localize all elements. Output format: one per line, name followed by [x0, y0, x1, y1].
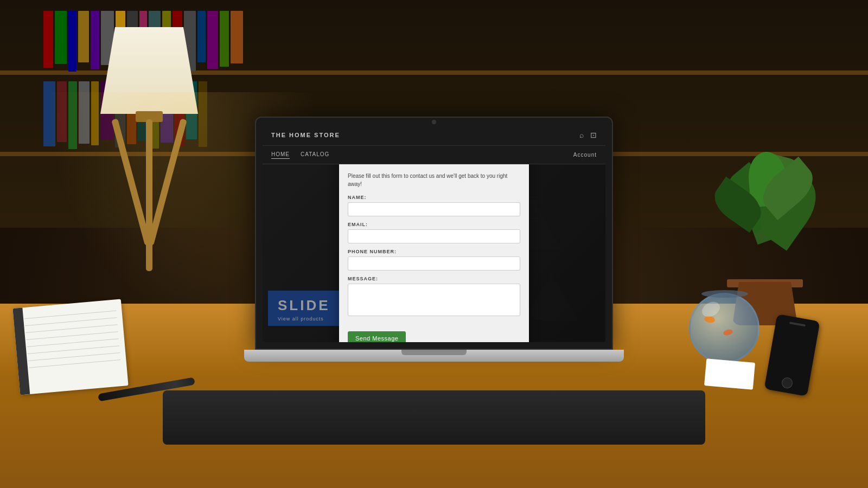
lamp-leg-center — [146, 119, 152, 271]
nav-bar: THE HOME STORE ⌕ ⊡ — [263, 124, 605, 146]
keyboard — [163, 390, 705, 445]
nav-link-home[interactable]: HOME — [271, 151, 290, 158]
message-label: MESSAGE: — [348, 275, 520, 281]
desk-lamp — [90, 27, 209, 298]
fish-2 — [723, 329, 733, 336]
modal-description: Please fill out this form to contact us … — [348, 171, 520, 188]
fish-bowl — [689, 293, 760, 363]
hero-area: SLIDE View all products CONTACT US × — [263, 164, 605, 342]
message-textarea[interactable] — [348, 283, 520, 316]
white-card — [704, 358, 755, 390]
account-link[interactable]: Account — [573, 152, 597, 158]
laptop-base-notch — [401, 350, 467, 355]
form-group-message: MESSAGE: — [348, 275, 520, 318]
cart-icon[interactable]: ⊡ — [590, 130, 597, 139]
keyboard-keys — [163, 390, 705, 399]
sub-nav: HOME CATALOG Account — [263, 146, 605, 164]
phone-button — [781, 377, 793, 389]
form-group-email: EMAIL: — [348, 221, 520, 243]
laptop-camera — [432, 120, 436, 124]
form-group-name: NAME: — [348, 194, 520, 216]
modal-footer: Send Message — [339, 331, 529, 342]
laptop: THE HOME STORE ⌕ ⊡ HOME CATALOG Account — [255, 117, 613, 362]
name-input[interactable] — [348, 202, 520, 216]
send-message-button[interactable]: Send Message — [348, 331, 406, 342]
email-input[interactable] — [348, 229, 520, 243]
site-logo: THE HOME STORE — [271, 131, 340, 138]
notebook-lines — [24, 310, 123, 388]
sub-nav-links: HOME CATALOG — [271, 151, 329, 158]
form-group-phone: PHONE NUMBER: — [348, 248, 520, 270]
fishbowl-rim — [701, 290, 748, 298]
lamp-shade — [100, 27, 198, 114]
plant-leaves — [716, 152, 825, 260]
lamp-leg-left — [111, 118, 151, 246]
phone-input[interactable] — [348, 256, 520, 270]
phone-speaker — [789, 322, 806, 326]
website: THE HOME STORE ⌕ ⊡ HOME CATALOG Account — [263, 124, 605, 342]
phone-label: PHONE NUMBER: — [348, 248, 520, 254]
modal-overlay: CONTACT US × Please fill out this form t… — [263, 164, 605, 342]
name-label: NAME: — [348, 194, 520, 200]
notebook — [12, 299, 128, 395]
search-icon[interactable]: ⌕ — [579, 130, 584, 139]
laptop-screen-frame: THE HOME STORE ⌕ ⊡ HOME CATALOG Account — [255, 117, 613, 350]
laptop-base — [244, 350, 624, 362]
contact-modal: CONTACT US × Please fill out this form t… — [339, 164, 529, 342]
nav-link-catalog[interactable]: CATALOG — [301, 151, 329, 158]
modal-body: Please fill out this form to contact us … — [339, 164, 529, 331]
lamp-leg-right — [147, 118, 187, 246]
email-label: EMAIL: — [348, 221, 520, 227]
laptop-screen: THE HOME STORE ⌕ ⊡ HOME CATALOG Account — [263, 124, 605, 342]
nav-icons: ⌕ ⊡ — [579, 130, 597, 139]
